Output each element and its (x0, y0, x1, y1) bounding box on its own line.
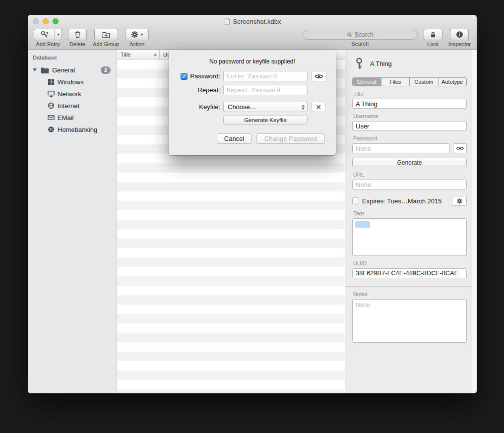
lock-button[interactable] (424, 29, 442, 40)
add-entry-button[interactable] (34, 29, 55, 40)
sidebar-item-label: Windows (58, 78, 84, 86)
keyfile-popup-button[interactable]: Choose… (223, 102, 308, 112)
password-checkbox[interactable]: ✓ (181, 73, 188, 80)
window-title-area: Screenshot.kdbx (28, 15, 477, 28)
password-label: Password (353, 135, 467, 141)
tab-files[interactable]: Files (381, 78, 410, 86)
search-label: Search (351, 41, 369, 47)
sidebar: Database General 2 Windows Network (28, 50, 117, 393)
toolbar-item-add-group: Add Group (93, 29, 119, 47)
title-field[interactable] (352, 99, 467, 109)
sidebar-item-label: General (52, 66, 75, 74)
tab-autotype[interactable]: Autotype (439, 78, 467, 86)
uuid-label: UUID (353, 260, 467, 266)
password-label: Password: (190, 72, 220, 80)
delete-button[interactable] (68, 29, 87, 40)
key-plus-icon (40, 30, 49, 39)
window-chrome: Screenshot.kdbx Add Entry (28, 15, 477, 50)
entry-count-badge: 2 (101, 66, 111, 74)
expires-settings-button[interactable] (452, 196, 467, 206)
column-header-title[interactable]: Title (117, 50, 160, 59)
change-password-sheet: No password or keyfile supplied! ✓ Passw… (169, 50, 336, 155)
password-field[interactable] (352, 143, 450, 153)
sidebar-item-internet[interactable]: Internet (28, 100, 117, 112)
expires-row: Expires: Tues…March 2015 (352, 196, 467, 206)
sheet-message: No password or keyfile supplied! (169, 50, 336, 71)
trash-icon (73, 30, 82, 39)
enter-password-input[interactable] (223, 71, 308, 81)
sidebar-item-label: Network (58, 90, 81, 98)
sidebar-item-network[interactable]: Network (28, 88, 117, 100)
username-label: Username (353, 113, 467, 119)
column-title-label: Title (121, 52, 130, 58)
generate-password-button[interactable]: Generate (352, 158, 467, 167)
sidebar-item-label: EMail (58, 114, 74, 122)
popup-chevrons-icon (302, 105, 305, 110)
action-button[interactable] (125, 29, 149, 40)
tags-field[interactable] (352, 218, 467, 256)
repeat-password-input[interactable] (223, 85, 308, 95)
sidebar-item-windows[interactable]: Windows (28, 76, 117, 88)
add-entry-dropdown-button[interactable] (55, 29, 62, 40)
username-field[interactable] (352, 121, 467, 131)
url-label: URL (353, 172, 467, 178)
key-icon (354, 58, 364, 69)
toolbar-item-add-entry: Add Entry (34, 29, 62, 47)
expires-label: Expires: Tues…March 2015 (362, 197, 441, 205)
close-button[interactable] (33, 18, 39, 24)
info-icon (455, 30, 464, 39)
uuid-field[interactable] (352, 268, 467, 278)
tab-general[interactable]: General (353, 78, 381, 86)
clear-keyfile-button[interactable]: ✕ (312, 102, 325, 112)
keyfile-selected-value: Choose… (228, 103, 256, 111)
inspector-button[interactable] (450, 29, 469, 40)
title-label: Title (353, 91, 467, 97)
minimize-button[interactable] (43, 18, 49, 24)
lock-label: Lock (427, 41, 439, 47)
eye-icon (315, 73, 323, 79)
url-field[interactable] (352, 180, 467, 189)
titlebar: Screenshot.kdbx (28, 15, 477, 28)
password-row: ✓ Password: (177, 71, 336, 81)
reveal-password-button[interactable] (453, 143, 467, 153)
toolbar-item-lock: Lock (424, 29, 442, 47)
reveal-password-button[interactable] (312, 71, 326, 81)
sidebar-item-homebanking[interactable]: Homebanking (28, 124, 117, 135)
sidebar-item-general[interactable]: General 2 (28, 64, 117, 76)
gear-icon (456, 198, 463, 204)
mail-icon (48, 114, 55, 121)
sidebar-item-label: Homebanking (58, 126, 97, 133)
traffic-lights (33, 18, 59, 24)
chevron-down-icon (57, 34, 60, 36)
inspector-scrollbar[interactable] (472, 50, 477, 393)
inspector-tabs: General Files Custom Autotype (352, 77, 467, 86)
search-icon (347, 32, 353, 38)
keyfile-row: Keyfile: Choose… ✕ (177, 102, 336, 112)
folder-plus-icon (102, 30, 111, 39)
toolbar-item-inspector: Inspector (448, 29, 471, 47)
tab-custom[interactable]: Custom (410, 78, 439, 86)
app-window: Screenshot.kdbx Add Entry (28, 15, 477, 393)
toolbar-right-group: Search Search Lock (303, 29, 471, 47)
generate-keyfile-button[interactable]: Generate Keyfile (223, 116, 308, 124)
add-entry-label: Add Entry (36, 41, 60, 47)
toolbar-item-search: Search Search (303, 29, 418, 47)
cancel-button[interactable]: Cancel (217, 133, 252, 144)
repeat-row: Repeat: (177, 85, 336, 95)
tags-label: Tags (353, 210, 467, 216)
change-password-button[interactable]: Change Password (256, 133, 325, 144)
disclosure-triangle-icon[interactable] (33, 68, 37, 71)
inspector-content: A Thing General Files Custom Autotype Ti… (345, 50, 472, 393)
zoom-button[interactable] (53, 18, 59, 24)
search-input[interactable]: Search (303, 30, 418, 40)
tag-token[interactable] (355, 221, 370, 228)
add-group-button[interactable] (94, 29, 118, 40)
notes-field[interactable] (352, 299, 467, 343)
document-icon (224, 18, 231, 25)
expires-checkbox[interactable] (352, 197, 359, 204)
add-group-label: Add Group (93, 41, 119, 47)
repeat-label: Repeat: (197, 86, 220, 94)
sidebar-item-email[interactable]: EMail (28, 112, 117, 124)
sort-ascending-icon (154, 54, 157, 56)
eye-icon (456, 146, 464, 151)
